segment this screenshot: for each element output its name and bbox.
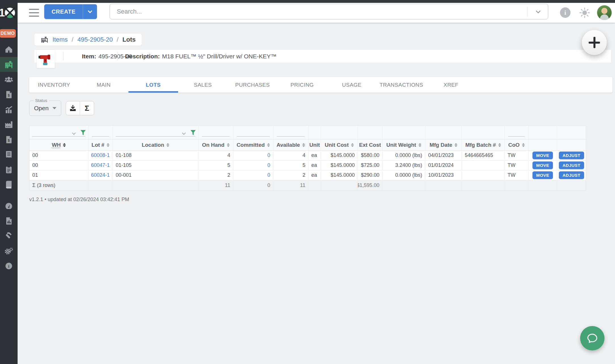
- filter-coo[interactable]: [505, 126, 529, 139]
- breadcrumb: Items / 495-2905-20 / Lots: [34, 34, 142, 46]
- sidebar-item-tools[interactable]: [0, 228, 18, 243]
- svg-text:i: i: [8, 264, 9, 268]
- filter-wh[interactable]: [29, 126, 88, 139]
- adjust-button[interactable]: ADJUST: [559, 171, 584, 179]
- filter-available[interactable]: [273, 126, 308, 139]
- filter-committed[interactable]: [233, 126, 273, 139]
- move-button[interactable]: MOVE: [532, 152, 553, 159]
- sidebar-item-reports[interactable]: [0, 213, 18, 228]
- divider: [118, 52, 118, 61]
- tab-usage[interactable]: USAGE: [327, 77, 377, 93]
- sort-icon[interactable]: [498, 143, 501, 147]
- filter-funnel-icon[interactable]: [80, 130, 86, 135]
- sidebar-item-settings[interactable]: [0, 243, 18, 258]
- item-description: Description: M18 FUEL™ ½" Drill/Driver w…: [125, 50, 277, 63]
- tab-sales[interactable]: SALES: [178, 77, 228, 93]
- tab-pricing[interactable]: PRICING: [277, 77, 327, 93]
- tab-purchases[interactable]: PURCHASES: [228, 77, 277, 93]
- breadcrumb-items-link[interactable]: Items: [52, 36, 68, 43]
- move-button[interactable]: MOVE: [532, 171, 553, 179]
- cell-lot-link[interactable]: 60047-1: [88, 161, 113, 170]
- sort-icon[interactable]: [302, 143, 305, 147]
- adjust-button[interactable]: ADJUST: [559, 161, 584, 169]
- cell-committed-link[interactable]: 0: [233, 171, 273, 180]
- sort-icon[interactable]: [419, 143, 421, 147]
- col-header-unit[interactable]: Unit: [308, 139, 321, 150]
- item-thumbnail[interactable]: [37, 50, 55, 68]
- create-button[interactable]: CREATE: [44, 4, 97, 19]
- info-icon[interactable]: i: [560, 7, 570, 18]
- sort-icon[interactable]: [351, 143, 354, 147]
- move-button[interactable]: MOVE: [532, 161, 553, 169]
- sidebar-item-manufacturing[interactable]: [0, 117, 18, 132]
- sort-icon[interactable]: [455, 143, 457, 147]
- table-header-row: WH Lot # Location On Hand Committed Avai…: [29, 139, 586, 151]
- table-body: 00 60008-1 01-108 4 0 4 ea $145.0000 $58…: [29, 151, 586, 180]
- search-options-toggle[interactable]: [527, 10, 548, 13]
- col-header-on-hand[interactable]: On Hand: [198, 139, 233, 150]
- tab-lots[interactable]: LOTS: [128, 77, 178, 93]
- filter-on-hand[interactable]: [198, 126, 233, 139]
- search-input[interactable]: [110, 8, 527, 15]
- sidebar-item-invoices[interactable]: $: [0, 87, 18, 102]
- menu-hamburger-icon[interactable]: [29, 9, 39, 17]
- sort-icon[interactable]: [522, 143, 525, 147]
- breadcrumb-item-id-link[interactable]: 495-2905-20: [77, 36, 113, 43]
- tab-xref[interactable]: XREF: [426, 77, 476, 93]
- col-header-location[interactable]: Location: [113, 139, 198, 150]
- col-header-committed[interactable]: Committed: [233, 139, 273, 150]
- col-header-wh[interactable]: WH: [29, 139, 88, 150]
- sort-icon[interactable]: [166, 143, 169, 147]
- sidebar-item-billing[interactable]: $: [0, 132, 18, 147]
- col-header-coo[interactable]: CoO: [505, 139, 529, 150]
- cell-committed-link[interactable]: 0: [233, 151, 273, 160]
- summary-button[interactable]: Σ: [80, 101, 94, 115]
- theme-sun-icon[interactable]: [579, 7, 590, 18]
- adjust-button[interactable]: ADJUST: [559, 152, 584, 159]
- filter-lot[interactable]: [88, 126, 113, 139]
- cell-mfg-batch: 5464665465: [462, 151, 505, 160]
- cell-mfg-date: 04/01/2023: [425, 151, 462, 160]
- sort-icon[interactable]: [63, 143, 66, 147]
- col-header-ext-cost[interactable]: Ext Cost: [358, 139, 382, 150]
- create-dropdown-toggle[interactable]: [83, 4, 97, 19]
- filter-funnel-icon[interactable]: [190, 130, 196, 135]
- sidebar-item-analytics[interactable]: [0, 102, 18, 117]
- chat-fab-button[interactable]: [580, 326, 605, 350]
- sidebar-item-catalog[interactable]: [0, 177, 18, 192]
- col-header-unit-weight[interactable]: Unit Weight: [382, 139, 425, 150]
- cell-ext-cost: $290.00: [358, 171, 382, 180]
- col-header-unit-cost[interactable]: Unit Cost: [321, 139, 358, 150]
- col-header-mfg-batch[interactable]: Mfg Batch #: [462, 139, 505, 150]
- sidebar-item-home[interactable]: [0, 42, 18, 57]
- col-header-mfg-date[interactable]: Mfg Date: [425, 139, 462, 150]
- sort-icon[interactable]: [227, 143, 230, 147]
- col-header-available[interactable]: Available: [273, 139, 308, 150]
- download-icon: [69, 105, 77, 112]
- tab-inventory[interactable]: INVENTORY: [29, 77, 79, 93]
- cell-lot-link[interactable]: 60008-1: [88, 151, 113, 160]
- cell-unit-cost: $145.0000: [321, 151, 358, 160]
- export-button[interactable]: [66, 101, 80, 115]
- tab-bar: INVENTORY MAIN LOTS SALES PURCHASES PRIC…: [29, 77, 612, 93]
- sidebar-item-inventory[interactable]: [0, 57, 18, 72]
- filter-unit: [308, 126, 321, 139]
- cell-lot-link[interactable]: 60024-1: [88, 171, 113, 180]
- filter-location[interactable]: [113, 126, 198, 139]
- tab-main[interactable]: MAIN: [79, 77, 128, 93]
- sort-icon[interactable]: [267, 143, 270, 147]
- sort-icon[interactable]: [107, 143, 109, 147]
- tab-transactions[interactable]: TRANSACTIONS: [377, 77, 426, 93]
- col-header-lot[interactable]: Lot #: [88, 139, 113, 150]
- status-select[interactable]: Open: [29, 101, 61, 116]
- user-avatar[interactable]: [597, 5, 612, 20]
- sidebar-item-receipts[interactable]: [0, 147, 18, 162]
- sidebar-item-customers[interactable]: [0, 72, 18, 87]
- cell-committed-link[interactable]: 0: [233, 161, 273, 170]
- sidebar-item-dashboard[interactable]: [0, 198, 18, 213]
- create-button-label[interactable]: CREATE: [44, 4, 83, 19]
- sidebar-item-orders[interactable]: [0, 162, 18, 177]
- inventory-items-icon: [5, 60, 13, 69]
- sidebar-item-about[interactable]: i: [0, 258, 18, 273]
- add-fab-button[interactable]: [582, 30, 607, 55]
